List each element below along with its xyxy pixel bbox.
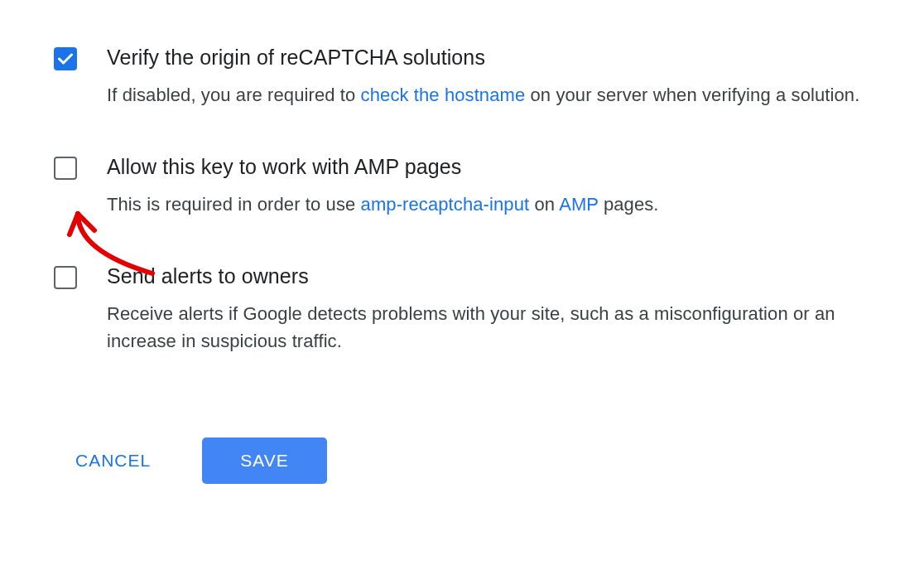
- option-title: Send alerts to owners: [107, 264, 870, 288]
- option-desc: If disabled, you are required to check t…: [107, 81, 870, 109]
- option-content: Verify the origin of reCAPTCHA solutions…: [107, 46, 870, 109]
- option-send-alerts: Send alerts to owners Receive alerts if …: [54, 264, 870, 355]
- option-amp-pages: Allow this key to work with AMP pages Th…: [54, 155, 870, 218]
- link-amp-recaptcha-input[interactable]: amp-recaptcha-input: [361, 194, 530, 215]
- checkbox-verify-origin[interactable]: [54, 47, 77, 70]
- cancel-button[interactable]: CANCEL: [75, 451, 151, 471]
- checkbox-send-alerts[interactable]: [54, 266, 77, 289]
- option-content: Send alerts to owners Receive alerts if …: [107, 264, 870, 355]
- button-row: CANCEL SAVE: [75, 437, 870, 484]
- option-title: Verify the origin of reCAPTCHA solutions: [107, 46, 870, 70]
- link-check-hostname[interactable]: check the hostname: [361, 85, 526, 105]
- checkmark-icon: [58, 53, 73, 65]
- option-title: Allow this key to work with AMP pages: [107, 155, 870, 179]
- save-button[interactable]: SAVE: [202, 437, 326, 484]
- checkbox-amp-pages[interactable]: [54, 157, 77, 180]
- link-amp[interactable]: AMP: [559, 194, 599, 215]
- option-desc: Receive alerts if Google detects problem…: [107, 300, 870, 355]
- option-verify-origin: Verify the origin of reCAPTCHA solutions…: [54, 46, 870, 109]
- option-desc: This is required in order to use amp-rec…: [107, 191, 870, 218]
- option-content: Allow this key to work with AMP pages Th…: [107, 155, 870, 218]
